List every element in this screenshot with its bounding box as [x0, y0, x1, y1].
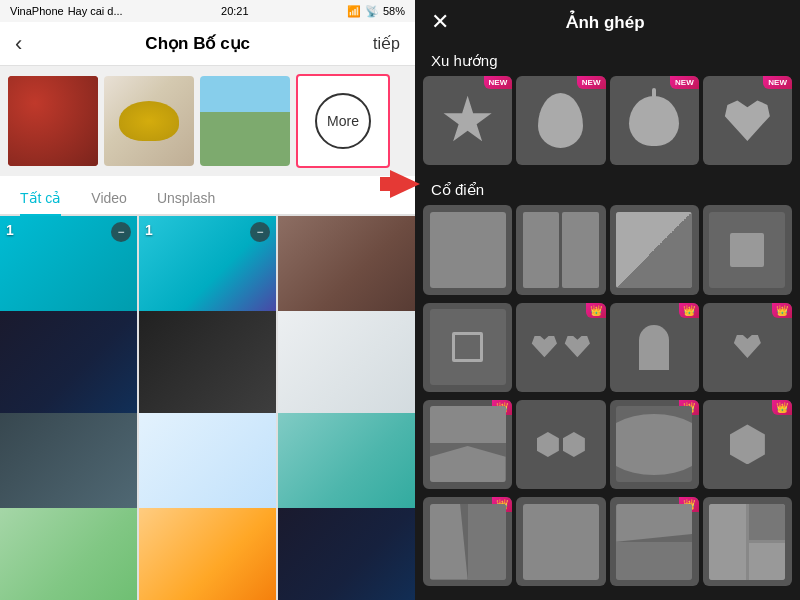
layout-wavy[interactable]: 👑	[610, 400, 699, 489]
layout-heart-with-crown[interactable]: 👑	[703, 303, 792, 392]
apple-shape	[629, 96, 679, 146]
time-label: 20:21	[221, 5, 249, 17]
trending-grid: NEW NEW NEW NEW	[415, 76, 800, 173]
remove-photo-1[interactable]: −	[111, 222, 131, 242]
tab-unsplash[interactable]: Unsplash	[157, 190, 215, 214]
grid-item-11[interactable]	[139, 508, 276, 601]
classic-row-3: 👑 👑 👑	[415, 400, 800, 497]
back-button[interactable]: ‹	[15, 31, 22, 57]
grid-item-10[interactable]	[0, 508, 137, 601]
left-panel: VinaPhone Hay cai d... 20:21 📶 📡 58% ‹ C…	[0, 0, 415, 600]
arrow-right-icon	[390, 170, 450, 198]
nav-bar: ‹ Chọn Bố cục tiếp	[0, 22, 415, 66]
egg-shape	[538, 93, 583, 148]
battery-label: 58%	[383, 5, 405, 17]
layout-plain1[interactable]	[516, 497, 605, 586]
template-egg[interactable]: NEW	[516, 76, 605, 165]
crown-badge-3: 👑	[772, 303, 792, 318]
layout-v3b[interactable]: 👑	[610, 497, 699, 586]
star-shape	[443, 96, 493, 146]
photo-count-2: 1	[145, 222, 153, 238]
signal-icon: 📶	[347, 5, 361, 18]
new-badge-4: NEW	[763, 76, 792, 89]
layout-diagonal-split[interactable]	[610, 205, 699, 294]
crown-badge-2: 👑	[679, 303, 699, 318]
new-badge-2: NEW	[577, 76, 606, 89]
section-trending: Xu hướng	[415, 44, 800, 76]
grid-item-12[interactable]	[278, 508, 415, 601]
crown-badge-1: 👑	[586, 303, 606, 318]
classic-row-2: 👑 👑 👑	[415, 303, 800, 400]
photo-count-1: 1	[6, 222, 14, 238]
template-star[interactable]: NEW	[423, 76, 512, 165]
photo-strip: More	[0, 66, 415, 176]
arrow-indicator	[390, 170, 450, 198]
tab-all[interactable]: Tất cả	[20, 190, 61, 214]
layout-zigzag[interactable]: 👑	[423, 400, 512, 489]
more-button[interactable]: More	[296, 74, 390, 168]
carrier-subtitle: Hay cai d...	[68, 5, 123, 17]
new-badge-3: NEW	[670, 76, 699, 89]
more-circle: More	[315, 93, 371, 149]
photo-thumb-bowl[interactable]	[104, 76, 194, 166]
tab-bar: Tất cả Video Unsplash	[0, 176, 415, 216]
template-heart[interactable]: NEW	[703, 76, 792, 165]
layout-two-col[interactable]	[516, 205, 605, 294]
new-badge-1: NEW	[484, 76, 513, 89]
layout-hexagons[interactable]	[516, 400, 605, 489]
layout-plain2[interactable]	[703, 497, 792, 586]
layout-v3a[interactable]: 👑	[423, 497, 512, 586]
panel-title: Ảnh ghép	[566, 12, 644, 33]
right-panel: ✕ Ảnh ghép Xu hướng NEW NEW NEW NEW Cổ đ…	[415, 0, 800, 600]
remove-photo-2[interactable]: −	[250, 222, 270, 242]
next-button[interactable]: tiếp	[373, 34, 400, 53]
photo-thumb-dog[interactable]	[200, 76, 290, 166]
layout-hex-crown[interactable]: 👑	[703, 400, 792, 489]
classic-row-1	[415, 205, 800, 302]
classic-row-4: 👑 👑	[415, 497, 800, 594]
wifi-icon: 📡	[365, 5, 379, 18]
carrier-label: VinaPhone	[10, 5, 64, 17]
crown-badge-6: 👑	[772, 400, 792, 415]
layout-small-sq[interactable]	[703, 205, 792, 294]
template-apple[interactable]: NEW	[610, 76, 699, 165]
section-classic: Cổ điển	[415, 173, 800, 205]
page-title: Chọn Bố cục	[145, 33, 250, 54]
status-bar: VinaPhone Hay cai d... 20:21 📶 📡 58%	[0, 0, 415, 22]
layout-double-heart[interactable]: 👑	[516, 303, 605, 392]
layout-center-sq[interactable]	[423, 303, 512, 392]
tab-video[interactable]: Video	[91, 190, 127, 214]
layout-single[interactable]	[423, 205, 512, 294]
heart-shape	[722, 98, 772, 143]
photo-grid: 1 − 1 −	[0, 216, 415, 600]
close-button[interactable]: ✕	[431, 9, 449, 35]
right-header: ✕ Ảnh ghép	[415, 0, 800, 44]
photo-thumb-apples[interactable]	[8, 76, 98, 166]
layout-arch-shape[interactable]: 👑	[610, 303, 699, 392]
